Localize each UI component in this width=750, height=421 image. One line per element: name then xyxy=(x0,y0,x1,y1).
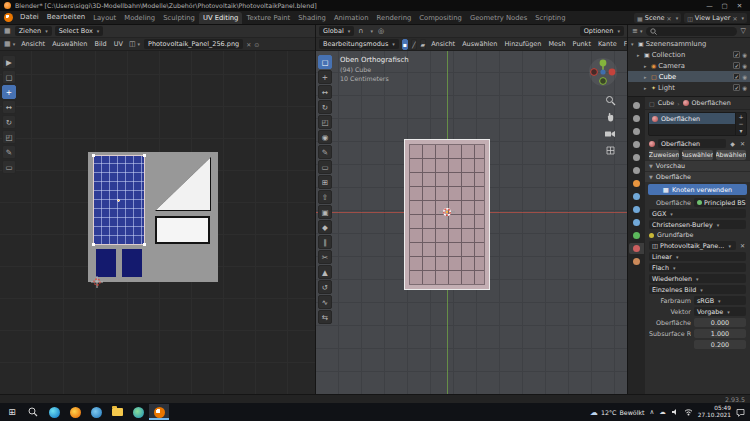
menu-datei[interactable]: Datei xyxy=(16,11,43,24)
panel-preview[interactable]: Vorschau xyxy=(645,160,750,171)
uv-tool-tweak[interactable]: ▶ xyxy=(2,55,16,69)
uv-menu-uv[interactable]: UV xyxy=(112,40,125,48)
cube-checkbox[interactable]: ✓ xyxy=(733,73,740,80)
vp-tool-rotate[interactable]: ↻ xyxy=(318,100,332,114)
tab-modifiers[interactable] xyxy=(629,191,644,202)
uv-drag-dropdown[interactable]: Ziehen xyxy=(15,26,52,36)
close-button[interactable]: ✕ xyxy=(733,2,746,10)
vp-menu-punkt[interactable]: Punkt xyxy=(571,40,593,48)
tab-animation[interactable]: Animation xyxy=(330,12,373,24)
pan-hand-icon[interactable] xyxy=(605,112,616,123)
mode-dropdown[interactable]: Bearbeitungsmodus xyxy=(319,39,399,49)
uv-menu-ansicht[interactable]: Ansicht xyxy=(19,40,47,48)
uv-tool-scale[interactable]: ◰ xyxy=(2,130,16,144)
tab-compositing[interactable]: Compositing xyxy=(415,12,466,24)
tab-object-data[interactable] xyxy=(629,230,644,241)
tab-texture[interactable] xyxy=(629,256,644,267)
zoom-icon[interactable] xyxy=(605,95,616,106)
render-visibility-icon[interactable]: ◉ xyxy=(742,85,747,91)
deselect-button[interactable]: Abwählen xyxy=(716,150,746,160)
expand-icon[interactable]: ▸ xyxy=(644,85,649,91)
snap-target-dropdown[interactable] xyxy=(367,27,374,35)
select-mode-vertex[interactable]: ▪ xyxy=(402,39,408,50)
speaker-icon[interactable] xyxy=(671,408,679,416)
fake-user-button[interactable]: ◆ xyxy=(729,140,736,147)
assign-button[interactable]: Zuweisen xyxy=(649,150,679,160)
uv-menu-auswaehlen[interactable]: Auswählen xyxy=(50,40,89,48)
tab-sculpting[interactable]: Sculpting xyxy=(159,12,199,24)
taskbar-app-mail[interactable] xyxy=(86,404,106,420)
tab-shading[interactable]: Shading xyxy=(294,12,330,24)
collection-checkbox[interactable]: ✓ xyxy=(733,51,740,58)
subsurface-method-dropdown[interactable]: Christensen-Burley xyxy=(649,220,746,229)
vp-tool-add-cube[interactable]: ⊞ xyxy=(318,175,332,189)
expand-icon[interactable]: ▾ xyxy=(631,41,636,47)
transform-orientation-dropdown[interactable]: Global xyxy=(319,26,354,36)
light-checkbox[interactable]: ✓ xyxy=(733,84,740,91)
vp-menu-flaeche[interactable]: Fläche xyxy=(622,40,627,48)
vp-tool-poly-build[interactable]: ▲ xyxy=(318,265,332,279)
uv-vertex-handle[interactable] xyxy=(143,243,146,246)
uv-tool-select-box[interactable]: ▢ xyxy=(2,70,16,84)
proportional-editing-icon[interactable]: ◎ xyxy=(377,27,385,35)
tray-expand-icon[interactable]: ∧ xyxy=(650,408,655,416)
taskbar-app-edge[interactable] xyxy=(44,404,64,420)
notification-center-icon[interactable] xyxy=(736,408,745,417)
camera-checkbox[interactable]: ✓ xyxy=(733,62,740,69)
blender-menu-icon[interactable] xyxy=(4,13,13,22)
uv-tool-annotate[interactable]: ✎ xyxy=(2,145,16,159)
expand-icon[interactable]: ▸ xyxy=(644,74,649,80)
scene-unlink-icon[interactable]: ✕ xyxy=(667,15,672,22)
tab-tool[interactable] xyxy=(629,100,644,111)
distribution-dropdown[interactable]: GGX xyxy=(649,209,746,218)
image-unlink-icon[interactable]: ✕ xyxy=(246,41,251,48)
snap-magnet-icon[interactable]: ∩ xyxy=(357,27,364,35)
image-pin-icon[interactable]: ⊙ xyxy=(254,41,259,48)
tab-scene[interactable] xyxy=(629,152,644,163)
projection-dropdown[interactable]: Flach xyxy=(649,263,746,272)
vp-tool-transform[interactable]: ◉ xyxy=(318,130,332,144)
outliner-row-szenensammlung[interactable]: ▾ ▣ Szenensammlung xyxy=(628,38,750,49)
perspective-toggle-icon[interactable] xyxy=(605,145,616,156)
uv-2d-cursor[interactable] xyxy=(91,276,103,288)
view-layer-selector[interactable]: ◫ View Layer ✕ xyxy=(684,13,747,23)
select-button[interactable]: Auswählen xyxy=(682,150,712,160)
wifi-icon[interactable] xyxy=(684,408,693,416)
outliner-row-cube[interactable]: ▸ ▢ Cube ✓◉ xyxy=(628,71,750,82)
tab-geometry-nodes[interactable]: Geometry Nodes xyxy=(466,12,531,24)
taskbar-search-button[interactable] xyxy=(23,404,43,420)
tab-scripting[interactable]: Scripting xyxy=(531,12,569,24)
taskbar-app-explorer[interactable] xyxy=(107,404,127,420)
render-visibility-icon[interactable]: ◉ xyxy=(742,63,747,69)
expand-icon[interactable]: ▸ xyxy=(644,63,649,69)
outliner-editor-type-dropdown[interactable]: ≡ xyxy=(631,27,643,35)
vp-menu-hinzufuegen[interactable]: Hinzufügen xyxy=(502,40,543,48)
uv-editor-type-icon[interactable]: ▦ xyxy=(3,27,12,35)
taskbar-app-firefox[interactable] xyxy=(65,404,85,420)
filter-icon[interactable]: ▽ xyxy=(740,27,747,35)
maximize-button[interactable]: ▢ xyxy=(718,2,731,10)
uv-editor-type-dropdown[interactable]: ▦ xyxy=(3,40,16,48)
image-name-field[interactable]: Photovoltaik_Panel_256.png xyxy=(144,39,243,49)
outliner-row-light[interactable]: ▸ ✦ Light ✓◉ xyxy=(628,82,750,93)
vp-tool-cursor[interactable]: + xyxy=(318,70,332,84)
tab-world[interactable] xyxy=(629,165,644,176)
tab-output[interactable] xyxy=(629,126,644,137)
tab-physics[interactable] xyxy=(629,204,644,215)
add-material-slot-button[interactable]: + xyxy=(738,113,743,120)
colorspace-dropdown[interactable]: sRGB xyxy=(694,296,746,305)
taskbar-weather[interactable]: ☁ 12°C Bewölkt xyxy=(590,408,645,417)
vp-menu-ansicht[interactable]: Ansicht xyxy=(429,40,457,48)
viewport-canvas[interactable]: ▢ + ↔ ↻ ◰ ◉ ✎ ▭ ⊞ ⇧ ▣ ◆ ∥ ✂ ▲ ↺ ∿ ⇆ Oben… xyxy=(316,51,627,394)
breadcrumb-material[interactable]: Oberflächen xyxy=(692,99,731,107)
vp-tool-edge-slide[interactable]: ⇆ xyxy=(318,310,332,324)
interpolation-dropdown[interactable]: Linear xyxy=(649,252,746,261)
scene-selector[interactable]: ▦ Scene ✕ xyxy=(634,13,681,23)
panel-surface[interactable]: Oberfläche xyxy=(645,171,750,182)
uv-vertex-handle[interactable] xyxy=(143,154,146,157)
select-mode-edge[interactable]: ╱ xyxy=(411,39,417,50)
vp-tool-extrude[interactable]: ⇧ xyxy=(318,190,332,204)
select-mode-face[interactable]: ▰ xyxy=(420,39,427,50)
taskbar-app-blender[interactable] xyxy=(149,404,169,420)
vp-tool-smooth[interactable]: ∿ xyxy=(318,295,332,309)
